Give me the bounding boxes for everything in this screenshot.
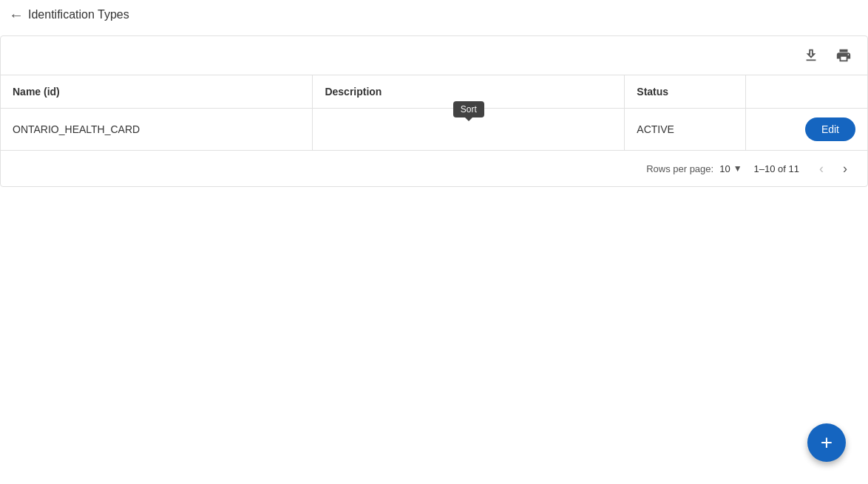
- back-button[interactable]: ← Identification Types: [9, 7, 129, 24]
- table-header: Name (id) Description Status: [1, 75, 867, 109]
- rows-per-page-label: Rows per page:: [646, 163, 713, 174]
- chevron-down-icon: ▼: [733, 163, 742, 174]
- col-header-name: Name (id): [1, 75, 313, 109]
- col-header-status: Status: [625, 75, 746, 109]
- back-arrow-icon: ←: [9, 7, 24, 24]
- table-body: ONTARIO_HEALTH_CARD Sort ACTIVE Edit: [1, 109, 867, 151]
- table-row: ONTARIO_HEALTH_CARD Sort ACTIVE Edit: [1, 109, 867, 151]
- rows-per-page-value: 10: [719, 163, 730, 174]
- edit-button[interactable]: Edit: [805, 117, 855, 141]
- add-icon: +: [821, 431, 833, 454]
- print-icon: [835, 47, 852, 64]
- download-button[interactable]: [799, 44, 823, 67]
- status-value: ACTIVE: [637, 123, 674, 135]
- next-page-button[interactable]: ›: [835, 158, 855, 179]
- page-info: 1–10 of 11: [754, 163, 799, 174]
- page-header: ← Identification Types: [0, 0, 868, 30]
- print-button[interactable]: [832, 44, 855, 67]
- col-header-description: Description: [313, 75, 625, 109]
- page-title: Identification Types: [28, 8, 129, 21]
- description-cell: Sort: [313, 109, 625, 151]
- pagination-nav: ‹ ›: [811, 158, 855, 179]
- name-value: ONTARIO_HEALTH_CARD: [13, 123, 140, 135]
- rows-per-page-select[interactable]: 10 ▼: [719, 163, 742, 174]
- name-cell: ONTARIO_HEALTH_CARD: [1, 109, 313, 151]
- download-icon: [803, 47, 819, 64]
- prev-page-button[interactable]: ‹: [811, 158, 832, 179]
- col-header-actions: [746, 75, 867, 109]
- data-table: Name (id) Description Status ONTARIO_HEA…: [1, 75, 867, 151]
- panel-toolbar: [1, 36, 867, 75]
- add-fab-button[interactable]: +: [807, 423, 846, 462]
- rows-per-page-control: Rows per page: 10 ▼: [646, 163, 742, 174]
- status-cell: ACTIVE: [625, 109, 746, 151]
- pagination-footer: Rows per page: 10 ▼ 1–10 of 11 ‹ ›: [1, 151, 867, 186]
- main-panel: Name (id) Description Status ONTARIO_HEA…: [0, 35, 868, 187]
- actions-cell: Edit: [746, 109, 867, 151]
